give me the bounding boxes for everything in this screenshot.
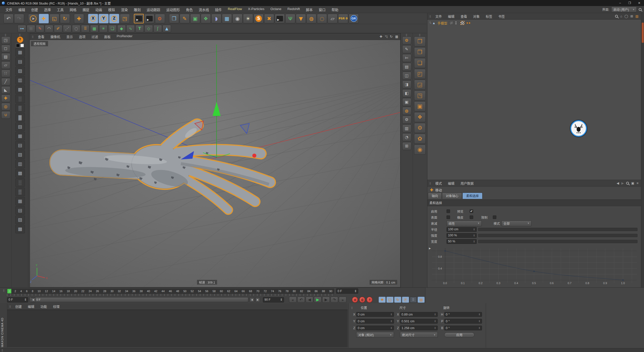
frame-tick[interactable]: 70 [256, 290, 259, 293]
pattern-tile-icon[interactable]: ▦ [15, 197, 25, 205]
frame-tick[interactable]: 66 [242, 290, 245, 293]
menu-edit[interactable]: 编辑 [15, 7, 28, 12]
frame-tick[interactable]: 72 [264, 290, 267, 293]
size-mode-dropdown[interactable]: 绝对尺寸▼ [400, 332, 438, 338]
render-view-icon[interactable]: ▶ [134, 14, 144, 23]
om-menu-file[interactable]: 文件 [432, 14, 445, 19]
menu-motion-tracker[interactable]: 运动跟踪 [144, 7, 163, 12]
range-start-field[interactable]: 0 F⇕ [7, 297, 28, 302]
record-scale-toggle[interactable]: ◱ [386, 297, 393, 303]
maximize-button[interactable]: ❐ [625, 0, 634, 6]
undo-icon[interactable]: ↶ [4, 14, 14, 23]
om-filter-icon[interactable]: ◯ [624, 14, 628, 18]
menu-select[interactable]: 选择 [41, 7, 54, 12]
frame-tick[interactable]: 20 [74, 290, 77, 293]
tab-object-axis[interactable]: 对象轴心 [442, 193, 462, 199]
frame-tick[interactable]: 48 [176, 290, 179, 293]
material-list-area[interactable] [7, 310, 348, 347]
step-points-icon[interactable]: ⋰ [63, 25, 71, 32]
pattern-tile-icon[interactable]: ▨ [15, 215, 25, 224]
frame-tick[interactable]: 40 [147, 290, 150, 293]
pattern-tile-icon[interactable]: ▦ [15, 48, 25, 57]
cage-points-icon[interactable]: ▦ [90, 25, 99, 32]
spinner-icon[interactable]: ⇕ [473, 234, 475, 237]
circle-points-icon[interactable]: ◌ [72, 25, 80, 32]
preview-range-slider[interactable]: ◀ 0 F [30, 297, 248, 302]
toolbar-separator[interactable] [70, 14, 73, 23]
duplicate-tool-icon[interactable]: ❐ [414, 47, 426, 57]
plane-handle-blue[interactable] [240, 123, 249, 134]
range-right-handle-left[interactable]: ◀ [250, 297, 254, 302]
width-field[interactable]: 50 %⇕ [447, 239, 477, 244]
pattern-tile-icon[interactable]: ▓ [15, 113, 25, 122]
menu-snap[interactable]: 捕捉 [79, 7, 92, 12]
pattern-tile-icon[interactable]: ▦ [15, 132, 25, 140]
lock-x-axis-icon[interactable]: X [88, 14, 98, 23]
render-region-icon[interactable]: ▶ [144, 14, 154, 23]
menu-redshift[interactable]: Redshift [285, 7, 303, 12]
om-search-icon[interactable] [615, 15, 618, 18]
spline-ring-icon[interactable]: ◌ [317, 14, 327, 23]
live-selection-icon[interactable]: ➤ [28, 14, 38, 23]
keyframe-options-button[interactable]: ? [367, 297, 373, 303]
frame-tick[interactable]: 88 [322, 290, 325, 293]
radius-slider[interactable] [478, 228, 637, 231]
array-cube-icon[interactable]: ❏ [414, 58, 426, 68]
pattern-tile-icon[interactable]: ░ [15, 95, 25, 103]
move-gizmo-y-arrow[interactable] [213, 102, 221, 116]
rotation-h-field[interactable]: 0 °⇕ [444, 312, 482, 317]
drag-grip[interactable]: ⣿ [3, 290, 5, 291]
pan-view-icon[interactable]: ✚ [380, 35, 382, 38]
object-row[interactable]: └ ▲ 手模型 ╱ [427, 20, 641, 26]
polygon-pen-icon[interactable]: ✎ [36, 25, 44, 32]
frame-tick[interactable]: 80 [293, 290, 296, 293]
add-light-icon[interactable]: ☀ [243, 14, 253, 23]
pattern-tile-icon[interactable]: ▩ [15, 85, 25, 94]
lock-z-axis-icon[interactable]: Z [109, 14, 119, 23]
connect-nodes-icon[interactable]: ⊶ [18, 25, 26, 32]
menu-sculpt[interactable]: 雕刻 [131, 7, 144, 12]
menu-plugins[interactable]: 插件 [212, 7, 225, 12]
object-manager-list[interactable]: └ ▲ 手模型 ╱ [427, 20, 641, 180]
rotate-view-icon[interactable]: ↻ [390, 35, 393, 38]
am-search-icon[interactable] [626, 182, 629, 185]
tower-icon[interactable]: ▲ [163, 25, 171, 32]
rotation-p-field[interactable]: 0 °⇕ [444, 319, 482, 324]
falloff-curve-editor[interactable]: ▶ 0.40.80.00.10.20.30.40.50.60.70.80.91.… [432, 248, 638, 289]
pattern-tile-icon[interactable]: ▨ [15, 150, 25, 159]
spinner-icon[interactable]: ⇕ [280, 298, 283, 301]
qr-icon[interactable]: QR [349, 14, 359, 23]
view-menu-filter[interactable]: 过滤 [89, 34, 101, 39]
snap-enable-icon[interactable]: ∪ [1, 111, 10, 119]
drag-grip[interactable]: ⣿ [429, 183, 431, 184]
tab-axis[interactable]: 轴向 [428, 193, 442, 199]
frame-tick[interactable]: 0 [9, 290, 10, 293]
tab-soft-selection[interactable]: 柔和选择 [462, 193, 482, 199]
background-color-swatch[interactable] [20, 44, 24, 47]
hook-cube-icon[interactable]: ◇ [144, 25, 153, 32]
frame-tick[interactable]: 30 [110, 290, 113, 293]
frame-tick[interactable]: 86 [315, 290, 318, 293]
mm-menu-create[interactable]: 创建 [12, 304, 25, 309]
goto-end-button[interactable]: » [339, 297, 346, 303]
frame-tick[interactable]: 76 [278, 290, 281, 293]
width-slider[interactable] [478, 240, 637, 243]
pen-tool-icon[interactable]: ✎ [402, 45, 411, 53]
menu-animate[interactable]: 动画 [92, 7, 105, 12]
drag-grip[interactable]: ⣿ [19, 34, 21, 36]
xparticles-icon[interactable]: ✖ [264, 14, 274, 23]
menu-help[interactable]: 帮助 [329, 7, 341, 12]
frame-tick[interactable]: 90 [329, 290, 332, 293]
mm-menu-edit[interactable]: 编辑 [25, 304, 37, 309]
axis-mode-icon[interactable]: ✚ [1, 95, 10, 102]
position-x-field[interactable]: 0 cm⇕ [356, 312, 394, 317]
settings-gear-icon[interactable]: ⚙ [402, 116, 411, 124]
polygon-object-icon[interactable]: ▲ [432, 21, 435, 25]
frame-tick[interactable]: 78 [286, 290, 289, 293]
toolbar-separator[interactable] [166, 14, 169, 23]
frame-tick[interactable]: 46 [169, 290, 172, 293]
frame-tick[interactable]: 28 [103, 290, 106, 293]
layout-search-icon[interactable] [639, 8, 641, 11]
zoom-view-icon[interactable]: ◹ [385, 35, 387, 38]
points-mode-icon[interactable]: ∷ [1, 70, 10, 77]
